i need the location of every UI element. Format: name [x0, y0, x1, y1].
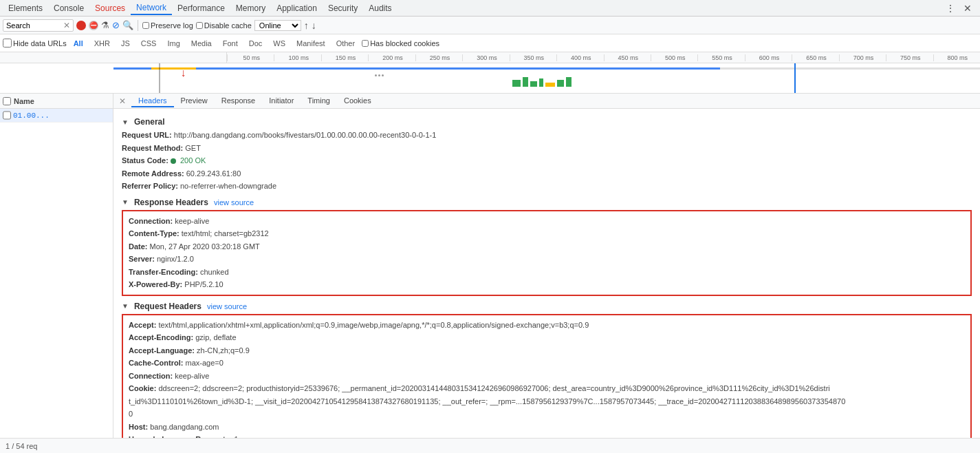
timeline-vertical-marker [794, 63, 796, 94]
reqh-accept: Accept: text/html,application/xhtml+xml,… [129, 319, 965, 331]
request-headers-view-source[interactable]: view source [207, 302, 247, 310]
tick-200: 200 ms [368, 54, 415, 61]
timeline-cursor [159, 63, 160, 94]
tab-headers[interactable]: Headers [131, 95, 174, 107]
menu-security[interactable]: Security [323, 2, 363, 14]
detail-content: ▼ General Request URL: http://bang.dangd… [113, 109, 980, 438]
has-blocked-cookies-label[interactable]: Has blocked cookies [362, 39, 439, 48]
tick-600: 600 ms [745, 54, 792, 61]
request-headers-section-header[interactable]: ▼ Request Headers view source [122, 302, 972, 311]
filter-type-all[interactable]: All [69, 38, 87, 49]
response-headers-toggle-icon: ▼ [122, 198, 129, 206]
request-list-header: Name [0, 94, 113, 109]
tab-response[interactable]: Response [215, 95, 263, 107]
record-button[interactable] [76, 21, 86, 30]
detail-tabs: ✕ Headers Preview Response Initiator Tim… [113, 94, 980, 109]
menu-sources[interactable]: Sources [89, 2, 131, 14]
tick-500: 500 ms [651, 54, 697, 61]
close-detail-button[interactable]: ✕ [116, 96, 129, 106]
tick-250: 250 ms [415, 54, 462, 61]
export-button[interactable]: ↓ [312, 20, 316, 31]
field-remote-address: Remote Address: 60.29.243.61:80 [122, 168, 972, 180]
tick-50: 50 ms [227, 54, 274, 61]
menu-elements[interactable]: Elements [3, 2, 48, 14]
filter-type-manifest[interactable]: Manifest [292, 38, 329, 49]
tick-750: 750 ms [886, 54, 933, 61]
filter-type-xhr[interactable]: XHR [90, 38, 114, 49]
throttle-select[interactable]: Online Fast 3G Slow 3G Offline [254, 20, 301, 31]
tab-preview[interactable]: Preview [174, 95, 215, 107]
reqh-connection: Connection: keep-alive [129, 370, 965, 382]
preserve-log-checkbox[interactable] [142, 22, 149, 29]
tick-100: 100 ms [274, 54, 320, 61]
hide-data-urls-checkbox[interactable] [3, 39, 12, 48]
request-headers-toggle-icon: ▼ [122, 302, 129, 310]
menu-audits[interactable]: Audits [363, 2, 397, 14]
tick-650: 650 ms [792, 54, 838, 61]
tick-150: 150 ms [321, 54, 368, 61]
menu-network[interactable]: Network [131, 1, 172, 15]
field-request-method: Request Method: GET [122, 143, 972, 154]
filter-bar: Hide data URLs All XHR JS CSS Img Media … [0, 34, 980, 52]
rh-content-type: Content-Type: text/html; charset=gb2312 [129, 228, 965, 240]
select-all-checkbox[interactable] [3, 97, 11, 105]
menu-bar: Elements Console Sources Network Perform… [0, 0, 980, 17]
response-headers-section-header[interactable]: ▼ Response Headers view source [122, 198, 972, 207]
timeline-green-bars [512, 77, 571, 87]
filter-type-other[interactable]: Other [332, 38, 360, 49]
tick-300: 300 ms [462, 54, 509, 61]
network-toolbar: ✕ ⛔ ⚗ ⊘ 🔍 Preserve log Disable cache Onl… [0, 17, 980, 34]
request-item[interactable]: 01.00... [0, 109, 113, 123]
has-blocked-cookies-checkbox[interactable] [362, 40, 369, 47]
menu-memory[interactable]: Memory [230, 2, 271, 14]
tick-800: 800 ms [933, 54, 980, 61]
response-headers-title: Response Headers [134, 198, 208, 207]
filter-icon[interactable]: ⊘ [112, 20, 120, 30]
filter-type-js[interactable]: JS [117, 38, 134, 49]
filter-type-img[interactable]: Img [163, 38, 184, 49]
rh-x-powered-by: X-Powered-By: PHP/5.2.10 [129, 279, 965, 291]
response-headers-box: Connection: keep-alive Content-Type: tex… [122, 210, 972, 296]
filter-type-font[interactable]: Font [219, 38, 242, 49]
tab-timing[interactable]: Timing [301, 95, 337, 107]
menu-performance[interactable]: Performance [172, 2, 230, 14]
search-close-button[interactable]: ✕ [63, 21, 70, 30]
timeline-area[interactable]: 50 ms 100 ms 150 ms 200 ms 250 ms 300 ms… [0, 52, 980, 94]
filter-type-css[interactable]: CSS [137, 38, 161, 49]
preserve-log-label[interactable]: Preserve log [142, 21, 193, 30]
devtools-more-button[interactable]: ⋮ [943, 3, 958, 14]
request-item-checkbox[interactable] [3, 111, 11, 120]
toolbar-separator-1 [138, 20, 138, 31]
timeline-chart: ↓ [113, 63, 980, 94]
filter-button[interactable]: ⚗ [101, 20, 109, 30]
search-input[interactable] [6, 21, 61, 30]
request-headers-box: Accept: text/html,application/xhtml+xml,… [122, 314, 972, 439]
timeline-dots [375, 74, 384, 76]
field-status-code: Status Code: 200 OK [122, 155, 972, 167]
field-referrer-policy: Referrer Policy: no-referrer-when-downgr… [122, 180, 972, 192]
reqh-accept-language: Accept-Language: zh-CN,zh;q=0.9 [129, 345, 965, 357]
tab-cookies[interactable]: Cookies [337, 95, 378, 107]
disable-cache-checkbox[interactable] [196, 22, 203, 29]
filter-type-media[interactable]: Media [187, 38, 216, 49]
hide-data-urls-label[interactable]: Hide data URLs [3, 39, 67, 48]
disable-cache-label[interactable]: Disable cache [196, 21, 252, 30]
general-section-header[interactable]: ▼ General [122, 117, 972, 127]
devtools-close-button[interactable]: ✕ [961, 3, 974, 14]
main-content: Name 01.00... ✕ Headers Preview Response… [0, 94, 980, 438]
tick-550: 550 ms [697, 54, 744, 61]
menu-application[interactable]: Application [271, 2, 323, 14]
timeline-ruler: 50 ms 100 ms 150 ms 200 ms 250 ms 300 ms… [0, 52, 980, 63]
filter-type-ws[interactable]: WS [269, 38, 290, 49]
tab-initiator[interactable]: Initiator [262, 95, 301, 107]
search-box[interactable]: ✕ [3, 19, 74, 32]
filter-type-doc[interactable]: Doc [245, 38, 267, 49]
stop-button[interactable]: ⛔ [89, 21, 98, 30]
reqh-cache-control: Cache-Control: max-age=0 [129, 357, 965, 369]
import-button[interactable]: ↑ [304, 20, 309, 31]
menu-console[interactable]: Console [48, 2, 89, 14]
tick-400: 400 ms [556, 54, 603, 61]
search-icon[interactable]: 🔍 [122, 20, 133, 30]
detail-panel: ✕ Headers Preview Response Initiator Tim… [113, 94, 980, 438]
response-headers-view-source[interactable]: view source [214, 198, 254, 207]
